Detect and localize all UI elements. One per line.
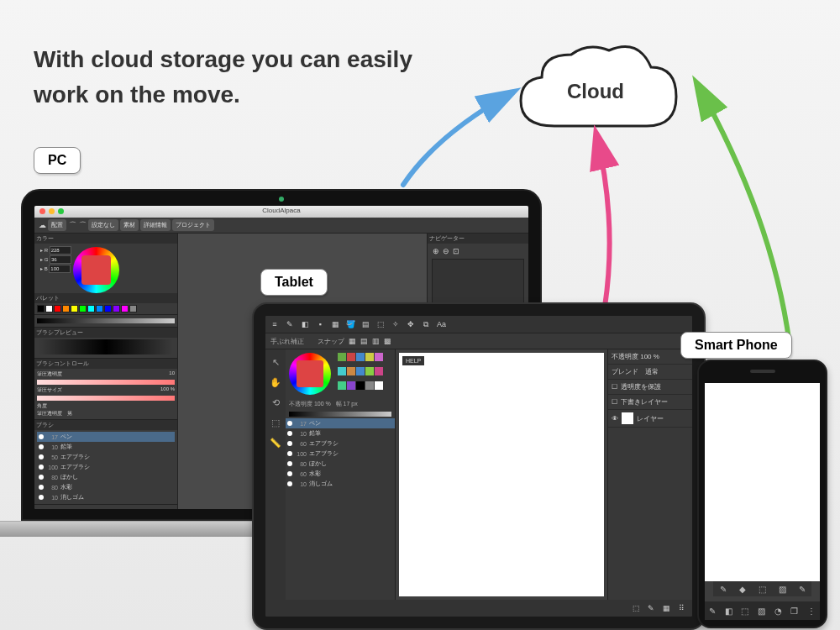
- pal-swatch[interactable]: [356, 381, 365, 390]
- swatch[interactable]: [54, 305, 61, 312]
- brush-item[interactable]: 10鉛筆: [286, 428, 395, 438]
- help-tag[interactable]: HELP: [402, 356, 424, 365]
- pal-swatch[interactable]: [356, 367, 365, 375]
- pal-swatch[interactable]: [375, 367, 383, 375]
- grid3-icon[interactable]: ▥: [371, 337, 380, 345]
- lock-icon[interactable]: ⬚: [270, 417, 281, 428]
- brush-item[interactable]: 50エアブラシ: [37, 452, 175, 462]
- bucket-icon[interactable]: 🪣: [346, 320, 354, 328]
- apps-icon[interactable]: ⠿: [677, 604, 685, 612]
- crop-icon[interactable]: ⧉: [422, 320, 430, 328]
- tablet-palette[interactable]: [338, 353, 388, 395]
- p-menu-icon[interactable]: ⋮: [807, 606, 816, 616]
- arrange-button[interactable]: 配置: [48, 219, 66, 231]
- phone-canvas[interactable]: [705, 383, 820, 581]
- dot-icon[interactable]: ▪: [316, 320, 324, 328]
- pal-swatch[interactable]: [338, 381, 346, 390]
- p-select-icon[interactable]: ⬚: [759, 585, 766, 594]
- gray-slider[interactable]: [37, 318, 175, 323]
- p-rect-icon[interactable]: ⬚: [741, 606, 748, 616]
- material-button[interactable]: 素材: [120, 219, 139, 231]
- brush-item[interactable]: 10消しゴム: [37, 492, 175, 502]
- curve2-icon[interactable]: ⌒: [78, 221, 87, 229]
- p-drop-icon[interactable]: ◔: [774, 606, 782, 616]
- zoom-out-icon[interactable]: ⊖: [442, 247, 450, 255]
- p-eraser-icon[interactable]: ◆: [739, 585, 746, 594]
- swatch[interactable]: [104, 305, 112, 312]
- pal-swatch[interactable]: [375, 381, 383, 390]
- swatch[interactable]: [79, 305, 87, 312]
- size-slider[interactable]: [37, 396, 175, 401]
- pal-swatch[interactable]: [356, 353, 365, 361]
- swatch[interactable]: [113, 305, 120, 312]
- brush-item[interactable]: 17ペン: [286, 418, 395, 428]
- brush-item[interactable]: 10鉛筆: [37, 442, 175, 452]
- r-input[interactable]: [50, 246, 71, 255]
- tablet-slider[interactable]: [289, 412, 391, 417]
- grid4-icon[interactable]: ▩: [383, 337, 391, 345]
- tablet-color-wheel[interactable]: [289, 353, 331, 395]
- pal-swatch[interactable]: [347, 353, 355, 361]
- fill-icon[interactable]: ▦: [331, 320, 339, 328]
- g-input[interactable]: [50, 255, 71, 264]
- curve-icon[interactable]: ⌒: [68, 221, 76, 229]
- swatch[interactable]: [62, 305, 70, 312]
- pal-swatch[interactable]: [338, 353, 346, 361]
- pal-swatch[interactable]: [365, 367, 374, 375]
- swatch[interactable]: [129, 305, 137, 312]
- grid2-icon[interactable]: ▤: [360, 337, 368, 345]
- zoom-in-icon[interactable]: ⊕: [432, 247, 440, 255]
- color-wheel[interactable]: [73, 247, 119, 293]
- swatches[interactable]: [37, 305, 175, 312]
- p-bucket-icon[interactable]: ✎: [799, 585, 806, 594]
- brush-item[interactable]: 100エアブラシ: [286, 449, 395, 459]
- snap-label[interactable]: スナップ: [318, 337, 344, 346]
- layer-row[interactable]: 👁 レイヤー: [608, 410, 692, 428]
- setting-button[interactable]: 設定なし: [88, 219, 118, 231]
- p-shade-icon[interactable]: ▨: [758, 606, 765, 616]
- select-icon[interactable]: ⬚: [376, 320, 385, 328]
- cloud-icon[interactable]: ☁: [38, 221, 46, 229]
- text-icon[interactable]: Aa: [437, 320, 445, 328]
- swatch[interactable]: [96, 305, 103, 312]
- info-button[interactable]: 詳細情報: [140, 219, 171, 231]
- swatch[interactable]: [87, 305, 95, 312]
- traffic-lights[interactable]: [39, 208, 64, 214]
- pointer-icon[interactable]: ↖: [270, 356, 281, 368]
- brush-item[interactable]: 60水彩: [286, 469, 395, 479]
- menu-icon[interactable]: ≡: [270, 320, 279, 328]
- fit-icon[interactable]: ⊡: [452, 247, 460, 255]
- p-pen-icon[interactable]: ✎: [709, 606, 716, 616]
- ruler-icon[interactable]: 📏: [270, 437, 281, 449]
- project-button[interactable]: プロジェクト: [172, 219, 214, 231]
- pal-swatch[interactable]: [338, 367, 346, 375]
- brush-item[interactable]: 80水彩: [37, 482, 175, 492]
- brush-item[interactable]: 80ぼかし: [37, 472, 175, 482]
- draft-row[interactable]: ☐ 下書きレイヤー: [608, 395, 692, 410]
- p-brush-icon[interactable]: ✎: [720, 585, 727, 594]
- brush-icon[interactable]: ✎: [286, 320, 294, 328]
- correction-label[interactable]: 手ぶれ補正: [270, 337, 304, 346]
- opacity-slider[interactable]: [37, 380, 175, 385]
- swatch[interactable]: [45, 305, 53, 312]
- swatch[interactable]: [121, 305, 129, 312]
- pal-swatch[interactable]: [365, 353, 374, 361]
- p-erase2-icon[interactable]: ◧: [725, 606, 732, 616]
- swatch[interactable]: [71, 305, 78, 312]
- gradient-icon[interactable]: ▤: [361, 320, 370, 328]
- pal-swatch[interactable]: [347, 367, 355, 375]
- wand-icon[interactable]: ✧: [391, 320, 400, 328]
- blend-row[interactable]: ブレンド 通常: [608, 365, 692, 380]
- brush-item[interactable]: 80ぼかし: [286, 459, 395, 469]
- grid-icon[interactable]: ▦: [348, 337, 356, 345]
- protect-row[interactable]: ☐ 透明度を保護: [608, 380, 692, 395]
- pal-swatch[interactable]: [347, 381, 355, 390]
- opacity-row[interactable]: 不透明度 100 %: [608, 349, 692, 365]
- b-input[interactable]: [49, 265, 71, 273]
- brush-item[interactable]: 100エアブラシ: [37, 462, 175, 472]
- brush-item[interactable]: 10消しゴム: [286, 479, 395, 489]
- rotate-icon[interactable]: ⟲: [270, 396, 281, 408]
- pal-swatch[interactable]: [375, 353, 383, 361]
- undo-icon[interactable]: ⬚: [632, 604, 640, 612]
- more-icon[interactable]: ▦: [662, 604, 670, 612]
